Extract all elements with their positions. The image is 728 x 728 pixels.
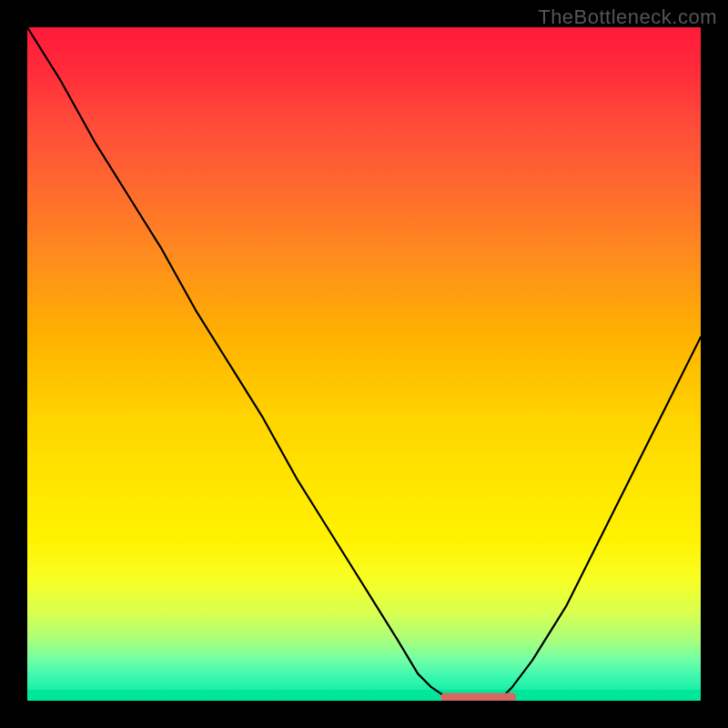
bottleneck-curve-line [27, 27, 701, 701]
plot-area [27, 27, 701, 701]
curve-svg [27, 27, 701, 701]
watermark-text: TheBottleneck.com [538, 5, 717, 29]
chart-frame: TheBottleneck.com [0, 0, 728, 728]
